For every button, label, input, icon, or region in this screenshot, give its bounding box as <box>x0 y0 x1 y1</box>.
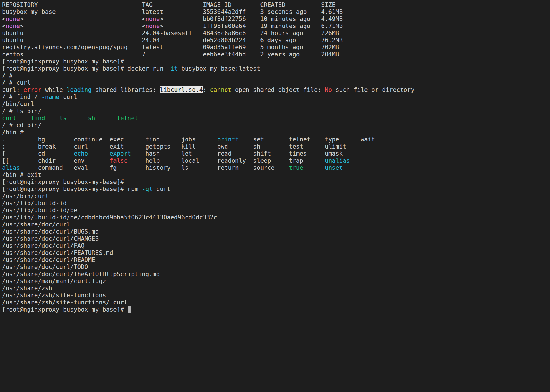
terminal-text: /usr/share/doc/curl/README <box>2 257 95 263</box>
terminal-text: shared libraries: <box>92 86 160 93</box>
terminal-text: ls <box>181 164 188 171</box>
terminal-text: 204MB <box>321 51 339 58</box>
terminal-text: return <box>217 164 239 171</box>
terminal-text: 3553644a2dff <box>203 9 246 15</box>
terminal-text: hash <box>146 150 160 157</box>
terminal-text: chdir <box>38 157 56 164</box>
terminal-text: help <box>146 157 160 164</box>
terminal-text: < <box>2 23 6 29</box>
terminal-text: / # curl <box>2 79 31 86</box>
terminal-text: /usr/bin/curl <box>2 193 49 200</box>
terminal-text: 3 seconds ago <box>260 9 307 15</box>
terminal-text: 6.71MB <box>321 23 343 29</box>
terminal-text: curl <box>153 186 170 192</box>
terminal-text: /usr/share/doc/curl/TheArtOfHttpScriptin… <box>2 271 160 277</box>
terminal-text: 5 months ago <box>260 44 303 51</box>
terminal-text: 10 minutes ago <box>260 16 310 22</box>
terminal-text: > <box>20 23 24 29</box>
terminal-text: curl <box>59 94 77 100</box>
terminal-text: 2 years ago <box>260 51 300 58</box>
terminal-text: 4.61MB <box>321 9 343 15</box>
terminal-text: wait <box>361 136 375 143</box>
terminal-text: fg <box>109 164 117 171</box>
terminal-text: > <box>160 16 163 22</box>
terminal-text: pwd <box>217 143 228 150</box>
terminal-text: -it <box>167 65 178 72</box>
terminal-text: none <box>6 16 20 22</box>
terminal-text: error <box>24 86 41 93</box>
terminal-text: eval <box>74 164 88 171</box>
terminal-line: <none> <none> 1ff98fe00a64 19 minutes ag… <box>2 23 550 30</box>
terminal-line: [[ chdir env false help local readonly s… <box>2 157 550 164</box>
terminal-text: > <box>160 23 163 29</box>
terminal-text: find <box>146 136 160 143</box>
terminal-line: . bg continue exec find jobs printf set … <box>2 136 550 143</box>
terminal-text: read <box>217 150 232 157</box>
terminal-line: /usr/share/doc/curl/README <box>2 257 550 264</box>
terminal-text: 702MB <box>321 44 339 51</box>
terminal-text: / # ls bin/ <box>2 108 41 115</box>
terminal-text: none <box>146 23 160 29</box>
terminal-text: ulimit <box>325 143 346 150</box>
terminal-text: centos <box>2 51 24 58</box>
terminal-text: / # find / <box>2 94 41 100</box>
terminal-line: [root@nginxproxy busybox-my-base]# <box>2 306 550 313</box>
terminal-text: /usr/share/doc/curl/FAQ <box>2 242 85 249</box>
terminal-text: SIZE <box>321 1 336 8</box>
terminal-text: curl: <box>2 86 24 93</box>
terminal-text: open shared object file: <box>231 86 325 93</box>
terminal-text: 48436c6a86c6 <box>203 30 246 37</box>
terminal-line: /bin # exit <box>2 171 550 179</box>
terminal-text: shift <box>253 150 271 157</box>
terminal-line: /usr/share/doc/curl/TODO <box>2 264 550 271</box>
terminal-text: busybox-my-base <box>2 9 56 15</box>
terminal-line: /usr/share/doc/curl/CHANGES <box>2 235 550 242</box>
terminal-text: false <box>109 157 127 164</box>
terminal-text: ls <box>59 115 66 122</box>
terminal-text: TAG <box>142 1 153 8</box>
terminal-line: REPOSITORY TAG IMAGE ID CREATED SIZE <box>2 1 550 9</box>
terminal-text: [root@nginxproxy busybox-my-base]# <box>2 179 124 185</box>
terminal-text: /usr/lib/.build-id <box>2 200 67 207</box>
terminal-text: history <box>146 164 171 171</box>
highlighted-text: libcurl.so.4 <box>160 86 203 93</box>
terminal-text: 24.04-baseself <box>142 30 192 37</box>
terminal-text: /bin # <box>2 129 24 136</box>
terminal-line: [ cd echo export hash let read shift tim… <box>2 150 550 157</box>
terminal-text: /bin/curl <box>2 101 34 107</box>
terminal-text: bg <box>38 136 45 143</box>
terminal-text: 6 days ago <box>260 37 296 44</box>
terminal-text: telnet <box>117 115 138 122</box>
terminal-text: continue <box>74 136 102 143</box>
terminal-line: /usr/lib/.build-id <box>2 200 550 207</box>
terminal-text: latest <box>142 9 163 15</box>
terminal-text: 7 <box>142 51 146 58</box>
terminal-text: REPOSITORY <box>2 1 38 8</box>
terminal-text: busybox-my-base:latest <box>178 65 260 72</box>
terminal-line: : break curl exit getopts kill pwd sh te… <box>2 143 550 150</box>
terminal-text: / # <box>2 72 13 79</box>
terminal-text: [[ <box>2 157 9 164</box>
terminal-line: /usr/lib/.build-id/be/cdbddbcd9bba5f0623… <box>2 214 550 221</box>
terminal-text: /usr/share/doc/curl/TODO <box>2 264 88 270</box>
terminal-line: centos 7 eeb6ee3f44bd 2 years ago 204MB <box>2 51 550 58</box>
terminal-text: curl <box>2 115 16 122</box>
terminal-line: /bin/curl <box>2 101 550 108</box>
terminal-text: break <box>38 143 56 150</box>
terminal[interactable]: REPOSITORY TAG IMAGE ID CREATED SIZEbusy… <box>0 0 550 392</box>
terminal-text: echo <box>74 150 88 157</box>
terminal-text: de52d803b224 <box>203 37 246 44</box>
terminal-text: unset <box>325 164 343 171</box>
terminal-line: /usr/share/doc/curl <box>2 221 550 228</box>
terminal-line: [root@nginxproxy busybox-my-base]# <box>2 179 550 186</box>
terminal-text: exit <box>109 143 124 150</box>
terminal-text: kill <box>181 143 196 150</box>
terminal-line: /usr/share/man/man1/curl.1.gz <box>2 278 550 285</box>
terminal-text: export <box>109 150 131 157</box>
terminal-text: 226MB <box>321 30 339 37</box>
terminal-text: true <box>289 164 304 171</box>
terminal-text: 4.49MB <box>321 16 343 22</box>
terminal-text: [root@nginxproxy busybox-my-base]# <box>2 58 124 65</box>
terminal-line: /usr/lib/.build-id/be <box>2 207 550 214</box>
terminal-text: 09ad35a1fe69 <box>203 44 246 51</box>
